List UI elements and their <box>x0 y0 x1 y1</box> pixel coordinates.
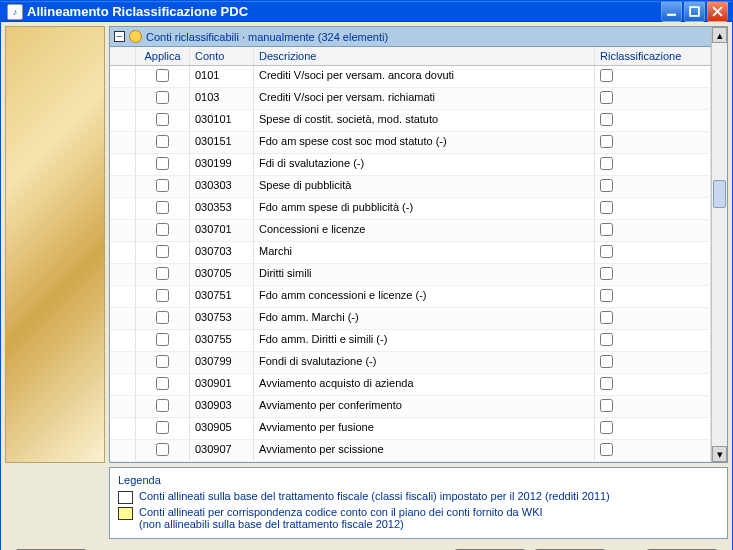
riclassificazione-checkbox[interactable] <box>600 267 613 280</box>
riclassificazione-checkbox[interactable] <box>600 69 613 82</box>
cell-conto: 030799 <box>190 352 254 373</box>
cell-descrizione: Crediti V/soci per versam. ancora dovuti <box>254 66 595 87</box>
col-applica[interactable]: Applica <box>136 47 190 65</box>
cell-descrizione: Avviamento per scissione <box>254 440 595 461</box>
table-row[interactable]: 0101Crediti V/soci per versam. ancora do… <box>110 66 711 88</box>
applica-checkbox[interactable] <box>156 69 169 82</box>
note-icon <box>129 30 142 43</box>
riclassificazione-checkbox[interactable] <box>600 311 613 324</box>
cell-conto: 030701 <box>190 220 254 241</box>
riclassificazione-checkbox[interactable] <box>600 179 613 192</box>
applica-checkbox[interactable] <box>156 135 169 148</box>
sidebar-decorative-image <box>5 26 105 463</box>
table-row[interactable]: 030753Fdo amm. Marchi (-) <box>110 308 711 330</box>
riclassificazione-checkbox[interactable] <box>600 91 613 104</box>
vertical-scrollbar[interactable]: ▴ ▾ <box>711 27 727 462</box>
applica-checkbox[interactable] <box>156 267 169 280</box>
footer: Guida Indietro Avanti Annulla <box>5 539 728 550</box>
minimize-icon <box>666 6 677 17</box>
cell-conto: 030303 <box>190 176 254 197</box>
collapse-icon[interactable]: − <box>114 31 125 42</box>
applica-checkbox[interactable] <box>156 443 169 456</box>
applica-checkbox[interactable] <box>156 289 169 302</box>
cell-descrizione: Fdo amm spese di pubblicità (-) <box>254 198 595 219</box>
maximize-icon <box>689 6 700 17</box>
cell-conto: 030907 <box>190 440 254 461</box>
riclassificazione-checkbox[interactable] <box>600 377 613 390</box>
table-row[interactable]: 030151Fdo am spese cost soc mod statuto … <box>110 132 711 154</box>
applica-checkbox[interactable] <box>156 355 169 368</box>
riclassificazione-checkbox[interactable] <box>600 289 613 302</box>
cell-descrizione: Spese di pubblicità <box>254 176 595 197</box>
group-header[interactable]: − Conti riclassificabili · manualmente (… <box>110 27 711 47</box>
table-row[interactable]: 030905Avviamento per fusione <box>110 418 711 440</box>
maximize-button[interactable] <box>684 1 705 22</box>
scroll-track[interactable] <box>712 43 727 446</box>
riclassificazione-checkbox[interactable] <box>600 135 613 148</box>
applica-checkbox[interactable] <box>156 377 169 390</box>
cell-descrizione: Fondi di svalutazione (-) <box>254 352 595 373</box>
table-row[interactable]: 030705Diritti simili <box>110 264 711 286</box>
col-conto[interactable]: Conto <box>190 47 254 65</box>
legend-row-yellow: Conti allineati per corrispondenza codic… <box>118 506 719 530</box>
riclassificazione-checkbox[interactable] <box>600 399 613 412</box>
legend-box: Legenda Conti allineati sulla base del t… <box>109 467 728 539</box>
applica-checkbox[interactable] <box>156 91 169 104</box>
riclassificazione-checkbox[interactable] <box>600 113 613 126</box>
table-row[interactable]: 030703Marchi <box>110 242 711 264</box>
accounts-grid: − Conti riclassificabili · manualmente (… <box>110 27 711 462</box>
applica-checkbox[interactable] <box>156 179 169 192</box>
table-row[interactable]: 030353Fdo amm spese di pubblicità (-) <box>110 198 711 220</box>
applica-checkbox[interactable] <box>156 201 169 214</box>
col-riclassificazione[interactable]: Riclassificazione <box>595 47 711 65</box>
applica-checkbox[interactable] <box>156 245 169 258</box>
table-row[interactable]: 030101Spese di costit. società, mod. sta… <box>110 110 711 132</box>
minimize-button[interactable] <box>661 1 682 22</box>
scroll-down-arrow[interactable]: ▾ <box>712 446 727 462</box>
close-button[interactable] <box>707 1 728 22</box>
riclassificazione-checkbox[interactable] <box>600 245 613 258</box>
cell-descrizione: Fdo am spese cost soc mod statuto (-) <box>254 132 595 153</box>
table-row[interactable]: 030755Fdo amm. Diritti e simili (-) <box>110 330 711 352</box>
cell-conto: 030151 <box>190 132 254 153</box>
scroll-thumb[interactable] <box>713 180 726 208</box>
table-row[interactable]: 030799Fondi di svalutazione (-) <box>110 352 711 374</box>
titlebar: ♪ Allineamento Riclassificazione PDC <box>1 1 732 22</box>
riclassificazione-checkbox[interactable] <box>600 355 613 368</box>
applica-checkbox[interactable] <box>156 311 169 324</box>
cell-descrizione: Fdo amm. Diritti e simili (-) <box>254 330 595 351</box>
app-icon: ♪ <box>7 4 23 20</box>
app-window: ♪ Allineamento Riclassificazione PDC − <box>0 0 733 550</box>
applica-checkbox[interactable] <box>156 113 169 126</box>
table-row[interactable]: 030901Avviamento acquisto di azienda <box>110 374 711 396</box>
scroll-up-arrow[interactable]: ▴ <box>712 27 727 43</box>
riclassificazione-checkbox[interactable] <box>600 157 613 170</box>
cell-conto: 030751 <box>190 286 254 307</box>
riclassificazione-checkbox[interactable] <box>600 333 613 346</box>
riclassificazione-checkbox[interactable] <box>600 443 613 456</box>
applica-checkbox[interactable] <box>156 333 169 346</box>
applica-checkbox[interactable] <box>156 421 169 434</box>
applica-checkbox[interactable] <box>156 157 169 170</box>
table-row[interactable]: 030903Avviamento per conferimento <box>110 396 711 418</box>
riclassificazione-checkbox[interactable] <box>600 201 613 214</box>
table-row[interactable]: 0103Crediti V/soci per versam. richiamat… <box>110 88 711 110</box>
table-row[interactable]: 030751Fdo amm concessioni e licenze (-) <box>110 286 711 308</box>
table-row[interactable]: 030199Fdi di svalutazione (-) <box>110 154 711 176</box>
table-row[interactable]: 030701Concessioni e licenze <box>110 220 711 242</box>
table-row[interactable]: 030907Avviamento per scissione <box>110 440 711 462</box>
column-headers: Applica Conto Descrizione Riclassificazi… <box>110 47 711 66</box>
cell-conto: 030901 <box>190 374 254 395</box>
cell-descrizione: Avviamento acquisto di azienda <box>254 374 595 395</box>
applica-checkbox[interactable] <box>156 399 169 412</box>
table-row[interactable]: 030303Spese di pubblicità <box>110 176 711 198</box>
applica-checkbox[interactable] <box>156 223 169 236</box>
riclassificazione-checkbox[interactable] <box>600 421 613 434</box>
cell-conto: 030353 <box>190 198 254 219</box>
riclassificazione-checkbox[interactable] <box>600 223 613 236</box>
close-icon <box>712 6 723 17</box>
legend-row-white: Conti allineati sulla base del trattamen… <box>118 490 719 504</box>
cell-descrizione: Fdo amm. Marchi (-) <box>254 308 595 329</box>
col-descrizione[interactable]: Descrizione <box>254 47 595 65</box>
cell-conto: 030199 <box>190 154 254 175</box>
